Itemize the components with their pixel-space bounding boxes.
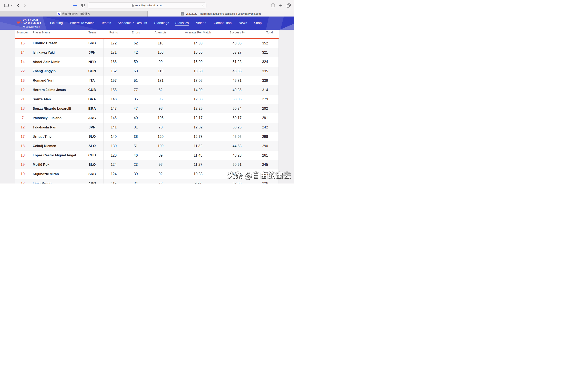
new-tab-icon[interactable] — [279, 4, 282, 7]
cell-attempts: 98 — [148, 104, 173, 113]
table-row[interactable]: 18 Čebulj Klemen SLO 130 51 109 11.82 44… — [15, 141, 279, 151]
cell-errors: 60 — [124, 67, 148, 76]
nav-item-competition[interactable]: Competition — [214, 21, 232, 25]
tab-overview-icon[interactable] — [287, 3, 291, 8]
cell-errors: 31 — [124, 123, 148, 132]
cell-shirt: 21 — [15, 95, 30, 104]
browser-window: en.volleyballworld.com — [0, 0, 294, 184]
cell-points: 157 — [103, 76, 124, 85]
cell-shirt: 18 — [15, 104, 30, 113]
cell-success: 48.28 — [223, 151, 251, 160]
cell-team: SRB — [81, 169, 103, 179]
table-row[interactable]: 16 Romanò Yuri ITA 157 51 131 13.08 46.3… — [15, 76, 279, 85]
cell-avg: 15.09 — [173, 57, 223, 67]
cell-success: 48.36 — [223, 67, 251, 76]
header-line2: Success % — [223, 31, 251, 34]
tab-title-cn — [62, 12, 90, 15]
cell-success: 50.34 — [223, 104, 251, 113]
cell-team: ITA — [81, 76, 103, 85]
sidebar-toggle-icon[interactable] — [4, 4, 9, 7]
forward-icon[interactable] — [24, 4, 26, 7]
cell-shirt: 14 — [15, 48, 30, 57]
table-row[interactable]: 19 Možič Rok SLO 124 23 98 11.27 50.61 2… — [15, 160, 279, 169]
cell-errors: 42 — [124, 48, 148, 57]
cell-errors: 35 — [124, 95, 148, 104]
cell-avg: 11.27 — [173, 160, 223, 169]
cell-shirt: 18 — [15, 151, 30, 160]
table-row[interactable]: 17 Urnaut Tine SLO 140 38 120 12.73 46.9… — [15, 132, 279, 141]
table-row[interactable]: 12 Herrera Jaime Jesus CUB 155 77 82 14.… — [15, 85, 279, 95]
chevron-down-icon[interactable] — [11, 5, 13, 6]
cell-team: SLO — [81, 132, 103, 141]
nav-item-schedule-and-results[interactable]: Schedule & Results — [118, 21, 147, 25]
cell-shirt: 17 — [15, 132, 30, 141]
cell-total: 261 — [251, 151, 279, 160]
table-row[interactable]: 14 Ishikawa Yuki JPN 171 42 108 15.55 53… — [15, 48, 279, 57]
stop-loading-icon[interactable] — [201, 4, 204, 7]
cell-attempts: 131 — [148, 76, 173, 85]
cell-shirt: 12 — [15, 123, 30, 132]
cell-team: BRA — [81, 95, 103, 104]
cell-shirt: 18 — [15, 141, 30, 151]
cell-avg: 9.92 — [173, 179, 223, 184]
cell-team: CHN — [81, 67, 103, 76]
cell-name: Abdel-Aziz Nimir — [30, 57, 81, 67]
cell-name: Lima Bruno — [30, 179, 81, 184]
nav-item-statistics[interactable]: Statistics — [175, 21, 189, 25]
cell-total: 298 — [251, 132, 279, 141]
header-line2: Average Per Match — [173, 31, 223, 34]
back-icon[interactable] — [17, 4, 19, 7]
header-line2: Number — [15, 31, 30, 34]
cell-points: 171 — [103, 48, 124, 57]
header-line2: Total — [256, 31, 283, 34]
extension-dash-icon[interactable] — [73, 5, 77, 6]
table-body: 16 Luburic Drazen SRB 172 62 118 14.33 4… — [15, 39, 279, 184]
share-icon[interactable] — [271, 3, 275, 7]
cell-attempts: 105 — [148, 113, 173, 123]
table-row[interactable]: 16 Luburic Drazen SRB 172 62 118 14.33 4… — [15, 39, 279, 48]
volleyball-world-v-icon: V — [181, 12, 184, 16]
table-row[interactable]: 14 Abdel-Aziz Nimir NED 166 59 99 15.09 … — [15, 57, 279, 67]
cell-points: 124 — [103, 160, 124, 169]
cell-errors: 46 — [124, 151, 148, 160]
cell-shirt: 10 — [15, 169, 30, 179]
nav-item-videos[interactable]: Videos — [196, 21, 206, 25]
cell-errors: 40 — [124, 113, 148, 123]
cell-avg: 14.09 — [173, 85, 223, 95]
nav-item-standings[interactable]: Standings — [154, 21, 169, 25]
table-row[interactable]: 22 Zhang Jingyin CHN 162 60 113 13.50 48… — [15, 67, 279, 76]
cell-name: Palonsky Luciano — [30, 113, 81, 123]
cell-avg: 12.17 — [173, 113, 223, 123]
tab-vnl-statistics[interactable]: V VNL 2023 - Men's best attackers statis… — [148, 11, 294, 17]
cell-name: Luburic Drazen — [30, 39, 81, 48]
toutiao-watermark: 头条 @自由的出去 — [227, 171, 291, 180]
tab-baidu-search[interactable]: 世界排球官网_百度搜索 — [0, 11, 148, 17]
tab-title-text: VNL 2023 - Men's best attackers statisti… — [186, 12, 261, 15]
cell-success: 49.36 — [223, 85, 251, 95]
table-row[interactable]: 18 Lopez Castro Miguel Angel CUB 126 46 … — [15, 151, 279, 160]
cell-name: Lopez Castro Miguel Angel — [30, 151, 81, 160]
cell-errors: 23 — [124, 160, 148, 169]
cell-team: SLO — [81, 160, 103, 169]
lock-icon — [132, 4, 134, 7]
table-row[interactable]: 21 Souza Alan BRA 148 35 96 12.33 53.05 … — [15, 95, 279, 104]
cell-team: ARG — [81, 179, 103, 184]
table-row[interactable]: 12 Takahashi Ran JPN 141 31 70 12.82 58.… — [15, 123, 279, 132]
cell-success: 51.23 — [223, 57, 251, 67]
nav-item-where-to-watch[interactable]: Where To Watch — [70, 21, 94, 25]
url-text: en.volleyballworld.com — [135, 4, 163, 7]
cell-attempts: 92 — [148, 169, 173, 179]
nav-item-ticketing[interactable]: Ticketing — [49, 21, 63, 25]
cell-team: NED — [81, 57, 103, 67]
cell-name: Možič Rok — [30, 160, 81, 169]
privacy-shield-icon[interactable] — [81, 3, 85, 8]
cell-team: SRB — [81, 39, 103, 48]
table-row[interactable]: 18 Souza Ricardo Lucarelli BRA 147 47 98… — [15, 104, 279, 113]
nav-item-news[interactable]: News — [239, 21, 247, 25]
table-row[interactable]: 7 Palonsky Luciano ARG 146 40 105 12.17 … — [15, 113, 279, 123]
cell-points: 140 — [103, 132, 124, 141]
nav-item-shop[interactable]: Shop — [254, 21, 261, 25]
cell-team: CUB — [81, 151, 103, 160]
address-bar[interactable]: en.volleyballworld.com — [87, 2, 207, 8]
nav-item-teams[interactable]: Teams — [101, 21, 111, 25]
